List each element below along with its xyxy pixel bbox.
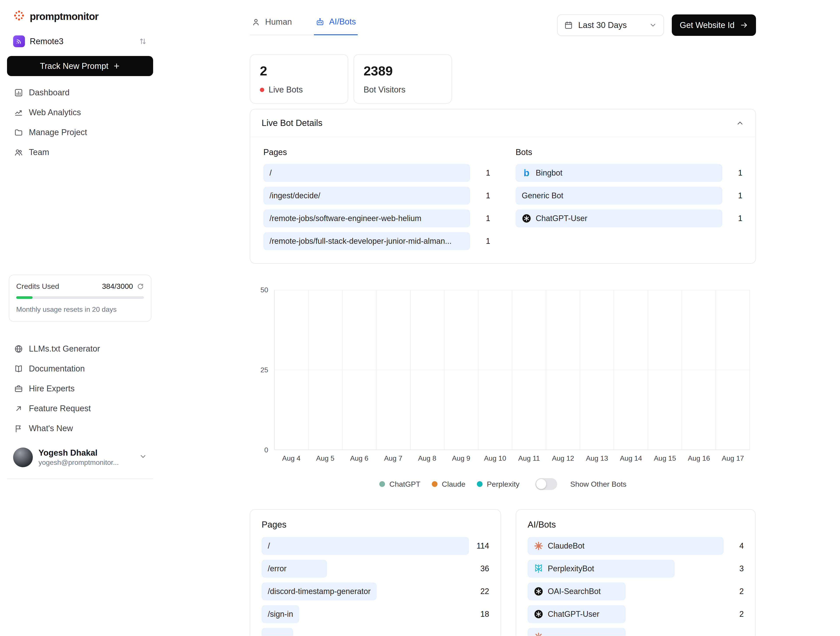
project-name: Remote3 [30,37,134,46]
get-website-id-button[interactable]: Get Website Id [672,14,756,36]
bot-name: Bingbot [536,168,562,178]
row-count: 1 [477,168,490,178]
sidebar-nav: Dashboard Web Analytics Manage Project T… [7,83,153,162]
sidebar-item-whats-new[interactable]: What's New [7,419,153,438]
stats-row: 2 Live Bots 2389 Bot Visitors [250,54,756,104]
page-path: /error [268,564,287,573]
bot-pill[interactable]: bBingbot [516,164,722,182]
pages-card-title: Pages [262,520,489,529]
chart-plot [274,290,750,450]
live-dot [260,88,264,92]
page-path: / [268,542,270,551]
credits-card: Credits Used 384/3000 Monthly usage rese… [9,275,152,322]
sidebar-item-documentation[interactable]: Documentation [7,359,153,378]
sort-icon[interactable] [139,37,147,46]
chart-x-labels: Aug 4Aug 5Aug 6Aug 7Aug 8Aug 9Aug 10Aug … [250,454,756,463]
sidebar-item-hire-experts[interactable]: Hire Experts [7,379,153,398]
x-axis-label: Aug 8 [410,454,444,463]
credits-label: Credits Used [16,282,59,291]
bot-name: OAI-SearchBot [548,587,601,596]
bot-pill[interactable]: Generic Bot [516,187,722,205]
row-count: 1 [477,214,490,223]
page-pill[interactable]: /remote-jobs/software-engineer-web-heliu… [264,209,470,227]
bot-name: PerplexityBot [548,564,594,573]
human-icon [251,18,260,27]
page-row [262,628,489,636]
page-pill[interactable]: /error [262,560,327,578]
toggle-knob [536,479,546,489]
collapse-chevron-up-icon[interactable] [736,119,744,127]
project-selector[interactable]: Remote3 [7,30,153,52]
page-pill[interactable]: / [262,537,469,555]
perplexity-icon [534,564,543,573]
sidebar: promptmonitor Remote3 Track New Prompt D… [0,0,160,636]
bot-pill[interactable]: OAI-SearchBot [527,582,625,600]
chevron-down-icon [649,21,657,29]
chart-slot [614,290,648,450]
app-root: promptmonitor Remote3 Track New Prompt D… [0,0,840,636]
chart-slot [343,290,376,450]
row-count: 22 [476,587,489,596]
track-new-prompt-button[interactable]: Track New Prompt [7,56,153,76]
sidebar-item-manage-project[interactable]: Manage Project [7,123,153,142]
bot-pill[interactable]: ChatGPT-User [527,605,625,623]
page-row: /1 [264,164,490,182]
page-row: /sign-in18 [262,605,489,623]
page-row: /remote-jobs/software-engineer-web-heliu… [264,209,490,227]
page-pill[interactable]: /sign-in [262,605,299,623]
bot-visitors-value: 2389 [363,63,442,79]
bot-row: PerplexityBot3 [527,560,744,578]
calendar-icon [564,21,573,30]
row-count: 1 [477,191,490,200]
tab-human[interactable]: Human [250,14,294,35]
show-other-bots-toggle[interactable] [535,478,557,490]
sidebar-divider [7,479,153,479]
flag-icon [14,424,23,433]
sidebar-item-feature-request[interactable]: Feature Request [7,399,153,418]
page-pill[interactable]: /remote-jobs/full-stack-developer-junior… [264,232,470,250]
sidebar-item-web-analytics[interactable]: Web Analytics [7,103,153,122]
sidebar-item-team[interactable]: Team [7,143,153,162]
y-axis-label: 25 [260,366,268,374]
x-axis-label: Aug 16 [682,454,716,463]
promptmonitor-logo-icon [13,9,25,23]
chart-legend: ChatGPTClaudePerplexity Show Other Bots [250,478,756,490]
stat-card-bot-visitors: 2389 Bot Visitors [354,54,452,104]
stat-card-live-bots: 2 Live Bots [250,54,348,104]
bot-name: ClaudeBot [548,542,584,551]
page-pill[interactable] [262,628,293,636]
chart-legend-items: ChatGPTClaudePerplexity [379,480,519,488]
sidebar-item-dashboard[interactable]: Dashboard [7,83,153,102]
tab-ai-bots[interactable]: AI/Bots [314,14,358,35]
legend-dot [432,481,437,487]
x-axis-label: Aug 10 [478,454,512,463]
bot-row: OAI-SearchBot2 [527,582,744,600]
live-pages-column: Pages /1/ingest/decide/1/remote-jobs/sof… [264,148,490,250]
y-axis-label: 0 [264,446,268,454]
pages-heading: Pages [264,148,490,157]
pages-card: Pages /114/error36/discord-timestamp-gen… [250,509,501,636]
sidebar-item-llms-generator[interactable]: LLMs.txt Generator [7,339,153,358]
page-pill[interactable]: /discord-timestamp-generator [262,582,377,600]
user-menu[interactable]: Yogesh Dhakal yogesh@promptmonitor... [7,443,153,472]
robot-icon [316,17,324,26]
bot-pill[interactable]: ChatGPT-User [516,209,722,227]
page-path: /discord-timestamp-generator [268,587,371,596]
refresh-icon[interactable] [137,283,144,290]
bot-pill[interactable]: ClaudeBot [527,537,724,555]
page-pill[interactable]: / [264,164,470,182]
x-axis-label: Aug 9 [444,454,478,463]
credits-value: 384/3000 [102,282,133,291]
chart-slot [275,290,309,450]
bot-row: ClaudeBot4 [527,537,744,555]
date-range-select[interactable]: Last 30 Days [557,14,664,36]
bot-pill[interactable]: PerplexityBot [527,560,675,578]
x-axis-label: Aug 13 [580,454,614,463]
row-count: 4 [731,542,744,551]
page-path: /remote-jobs/full-stack-developer-junior… [270,236,452,246]
bot-pill[interactable] [527,628,625,636]
bot-row: ChatGPT-User1 [516,209,742,227]
page-pill[interactable]: /ingest/decide/ [264,187,470,205]
live-bots-rows: bBingbot1Generic Bot1ChatGPT-User1 [516,164,742,227]
legend-item-perplexity: Perplexity [477,480,519,488]
